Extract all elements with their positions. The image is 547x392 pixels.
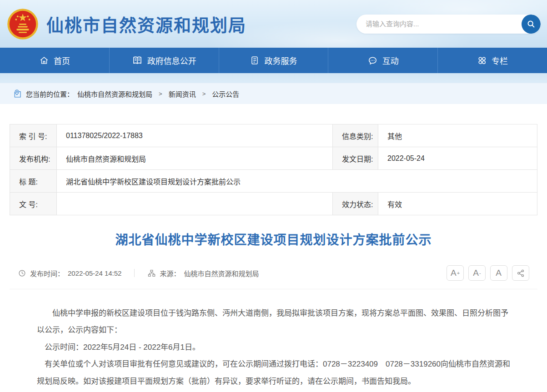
font-controls: A+ A- A xyxy=(447,265,529,281)
nav-label: 专栏 xyxy=(492,55,508,66)
font-increase-button[interactable]: A+ xyxy=(447,265,464,281)
publish-time-group: 发布时间：2022-05-24 14:52 xyxy=(18,268,121,278)
document-info-table: 索 引 号: 011378025/2022-17883 信息类别: 其他 发布机… xyxy=(10,124,537,215)
info-category-label: 信息类别: xyxy=(333,124,378,147)
article-paragraph: 仙桃中学申报的新校区建设项目位于钱沟路东侧、沔州大道南侧，我局拟审批该项目方案，… xyxy=(37,305,510,339)
breadcrumb-item-notices[interactable]: 公示公告 xyxy=(212,89,239,99)
breadcrumb-separator: > xyxy=(202,90,206,97)
main-content: 索 引 号: 011378025/2022-17883 信息类别: 其他 发布机… xyxy=(0,124,547,390)
article-paragraph: 公示时间：2022年5月24日 - 2022年6月1日。 xyxy=(37,339,510,356)
article-paragraph: 有关单位或个人对该项目审批有任何意见或建议的，可在公示期间通过拨打电话：0728… xyxy=(37,356,510,390)
doc-number-value xyxy=(57,193,333,215)
search-input[interactable] xyxy=(366,20,522,28)
font-btn-label: A xyxy=(473,268,479,278)
table-row: 文 号: 效力状态: 有效 xyxy=(10,193,537,215)
table-row: 发布机构: 仙桃市自然资源和规划局 发文日期: 2022-05-24 xyxy=(10,147,537,170)
nav-item-columns[interactable]: 专栏 xyxy=(437,48,547,73)
nav-label: 政府信息公开 xyxy=(147,55,196,66)
source-group: 来源：仙桃市自然资源和规划局 xyxy=(147,268,259,278)
breadcrumb-separator: > xyxy=(159,90,162,97)
validity-label: 效力状态: xyxy=(333,193,378,215)
home-icon xyxy=(39,55,49,65)
font-reset-button[interactable]: A xyxy=(490,265,507,281)
article-meta: 发布时间：2022-05-24 14:52 来源：仙桃市自然资源和规划局 A+ … xyxy=(10,265,537,289)
title-value: 湖北省仙桃中学新校区建设项目规划设计方案批前公示 xyxy=(57,170,537,193)
issue-date-value: 2022-05-24 xyxy=(378,147,537,170)
site-title: 仙桃市自然资源和规划局 xyxy=(46,11,246,36)
publisher-value: 仙桃市自然资源和规划局 xyxy=(57,147,333,170)
article-body: 仙桃中学申报的新校区建设项目位于钱沟路东侧、沔州大道南侧，我局拟审批该项目方案，… xyxy=(10,305,537,390)
table-row: 标 题: 湖北省仙桃中学新校区建设项目规划设计方案批前公示 xyxy=(10,170,537,193)
title-label: 标 题: xyxy=(10,170,57,193)
doc-number-label: 文 号: xyxy=(10,193,57,215)
breadcrumb: 您当前的位置： 仙桃市自然资源和规划局 > 新闻资讯 > 公示公告 xyxy=(0,83,547,104)
nav-label: 政务服务 xyxy=(264,55,297,66)
index-number-value: 011378025/2022-17883 xyxy=(57,124,333,147)
search-icon xyxy=(526,19,536,29)
main-nav: 首页 政府信息公开 政务服务 xyxy=(0,48,547,73)
publish-time-value: 2022-05-24 14:52 xyxy=(68,269,121,277)
location-pin-icon xyxy=(13,89,22,99)
search-button[interactable] xyxy=(522,15,541,34)
search-area xyxy=(356,15,541,34)
grid-circles-icon xyxy=(477,55,487,65)
document-icon xyxy=(250,55,260,65)
nav-item-gov-info[interactable]: 政府信息公开 xyxy=(109,48,219,73)
font-btn-label: A xyxy=(451,268,457,278)
breadcrumb-item-site[interactable]: 仙桃市自然资源和规划局 xyxy=(77,89,152,99)
publish-time-label: 发布时间： xyxy=(30,268,64,278)
table-row: 索 引 号: 011378025/2022-17883 信息类别: 其他 xyxy=(10,124,537,147)
chat-icon xyxy=(367,55,378,66)
font-btn-label: A xyxy=(496,268,502,278)
share-button[interactable] xyxy=(512,265,529,281)
header-sub-band xyxy=(0,73,547,83)
nav-item-interaction[interactable]: 互动 xyxy=(328,48,437,73)
validity-value: 有效 xyxy=(378,193,537,215)
nav-label: 首页 xyxy=(54,55,70,66)
open-book-icon xyxy=(132,55,143,66)
meta-divider xyxy=(134,269,135,277)
source-value: 仙桃市自然资源和规划局 xyxy=(184,268,259,278)
sitemap-icon xyxy=(147,269,156,278)
national-emblem-icon xyxy=(6,8,39,40)
nav-item-gov-services[interactable]: 政务服务 xyxy=(219,48,328,73)
article-title: 湖北省仙桃中学新校区建设项目规划设计方案批前公示 xyxy=(10,230,537,248)
source-label: 来源： xyxy=(160,268,180,278)
font-decrease-button[interactable]: A- xyxy=(468,265,486,281)
breadcrumb-item-news[interactable]: 新闻资讯 xyxy=(169,89,196,99)
nav-item-home[interactable]: 首页 xyxy=(0,48,109,73)
issue-date-label: 发文日期: xyxy=(333,147,378,170)
search-box xyxy=(356,15,541,34)
publisher-label: 发布机构: xyxy=(10,147,57,170)
breadcrumb-prefix: 您当前的位置： xyxy=(26,89,74,99)
info-category-value: 其他 xyxy=(378,124,537,147)
site-header: 仙桃市自然资源和规划局 xyxy=(0,0,547,48)
clock-icon xyxy=(18,269,26,278)
index-number-label: 索 引 号: xyxy=(10,124,57,147)
share-icon xyxy=(517,269,525,278)
nav-label: 互动 xyxy=(382,55,399,66)
